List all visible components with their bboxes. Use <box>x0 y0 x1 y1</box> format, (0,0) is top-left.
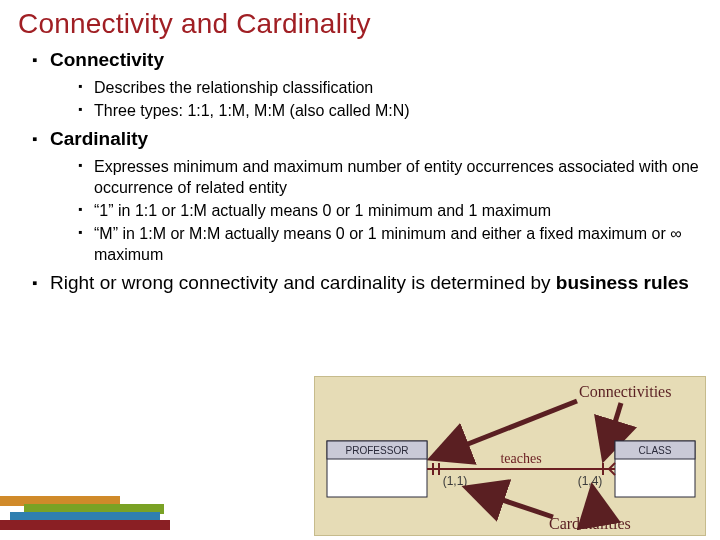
cardinality-right: (1,4) <box>578 474 603 488</box>
list-item: “M” in 1:M or M:M actually means 0 or 1 … <box>78 223 702 265</box>
er-diagram-svg: Connectivities PROFESSOR CLASS teache <box>315 377 707 537</box>
arrow-icon <box>470 489 553 517</box>
cardinality-left: (1,1) <box>443 474 468 488</box>
bullet-list-level2: Expresses minimum and maximum number of … <box>50 156 702 266</box>
bullet-list-level1: Connectivity Describes the relationship … <box>18 48 702 296</box>
section-business-rules: Right or wrong connectivity and cardinal… <box>32 271 702 296</box>
list-item: Describes the relationship classificatio… <box>78 77 702 98</box>
arrow-icon <box>593 491 597 515</box>
section-cardinality: Cardinality Expresses minimum and maximu… <box>32 127 702 265</box>
section-text-bold: business rules <box>556 272 689 293</box>
footer-decoration <box>0 490 200 536</box>
er-diagram: Connectivities PROFESSOR CLASS teache <box>314 376 706 536</box>
list-item: Three types: 1:1, 1:M, M:M (also called … <box>78 100 702 121</box>
slide-title: Connectivity and Cardinality <box>18 8 702 40</box>
bullet-list-level2: Describes the relationship classificatio… <box>50 77 702 121</box>
label-connectivities: Connectivities <box>579 383 671 400</box>
list-item: Expresses minimum and maximum number of … <box>78 156 702 198</box>
list-item: “1” in 1:1 or 1:M actually means 0 or 1 … <box>78 200 702 221</box>
label-cardinalities: Cardinalities <box>549 515 631 532</box>
section-heading: Cardinality <box>50 128 148 149</box>
section-heading: Connectivity <box>50 49 164 70</box>
slide: Connectivity and Cardinality Connectivit… <box>0 0 720 540</box>
decor-bar-icon <box>0 520 170 530</box>
section-connectivity: Connectivity Describes the relationship … <box>32 48 702 121</box>
arrow-icon <box>435 401 577 457</box>
entity-name-left: PROFESSOR <box>346 445 409 456</box>
section-text-prefix: Right or wrong connectivity and cardinal… <box>50 272 556 293</box>
entity-name-right: CLASS <box>639 445 672 456</box>
relationship-label: teaches <box>500 451 541 466</box>
